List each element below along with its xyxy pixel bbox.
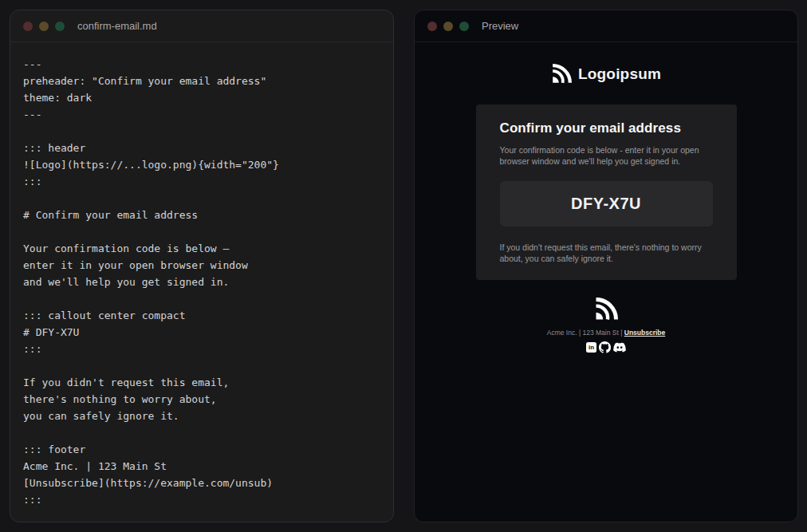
editor-window-title: confirm-email.md: [77, 20, 157, 32]
discord-icon[interactable]: [613, 342, 626, 353]
editor-line: theme: dark: [23, 89, 380, 106]
email-footer: Acme Inc. | 123 Main St | Unsubscribe in: [415, 298, 797, 353]
editor-line: # Confirm your email address: [23, 207, 380, 223]
preview-titlebar: Preview: [415, 10, 797, 42]
social-links: in: [415, 341, 797, 353]
close-window-icon[interactable]: [427, 22, 437, 31]
unsubscribe-link[interactable]: Unsubscribe: [624, 329, 666, 337]
confirmation-code-callout: DFY-X7U: [500, 181, 713, 227]
email-disclaimer-text: If you didn't request this email, there'…: [500, 242, 713, 264]
zoom-window-icon[interactable]: [459, 22, 469, 31]
preview-window-title: Preview: [482, 20, 518, 32]
github-icon[interactable]: [599, 341, 611, 353]
email-card: Confirm your email address Your confirma…: [476, 104, 737, 280]
editor-window: confirm-email.md ---preheader: "Confirm …: [10, 10, 394, 522]
company-address-text: Acme Inc. | 123 Main St |: [547, 329, 623, 337]
linkedin-icon[interactable]: in: [586, 342, 596, 353]
brand-logo-text: Logoipsum: [578, 65, 661, 83]
editor-line: [23, 424, 380, 441]
footer-address-line: Acme Inc. | 123 Main St | Unsubscribe: [415, 329, 797, 337]
logoipsum-mark-icon: [551, 64, 572, 85]
preview-window: Preview Logoipsum Confirm your email add…: [414, 10, 798, 522]
editor-line: ::: footer: [23, 441, 380, 458]
editor-line: # DFY-X7U: [23, 324, 380, 341]
editor-line: [23, 357, 380, 374]
email-heading: Confirm your email address: [500, 120, 713, 136]
zoom-window-icon[interactable]: [55, 22, 65, 31]
editor-titlebar: confirm-email.md: [10, 10, 393, 42]
editor-line: you can safely ignore it.: [23, 408, 380, 424]
footer-logo-mark-icon: [415, 298, 797, 325]
confirmation-code: DFY-X7U: [571, 195, 641, 213]
editor-line: [23, 290, 380, 307]
editor-line: [23, 123, 380, 140]
editor-line: If you didn't request this email,: [23, 374, 380, 391]
window-controls: [23, 22, 65, 31]
minimize-window-icon[interactable]: [39, 22, 49, 31]
markdown-editor[interactable]: ---preheader: "Confirm your email addres…: [10, 42, 393, 522]
window-controls: [427, 22, 469, 31]
editor-line: ![Logo](https://...logo.png){width="200"…: [23, 156, 380, 173]
email-body-text: Your confirmation code is below - enter …: [500, 144, 713, 167]
editor-line: preheader: "Confirm your email address": [23, 73, 380, 89]
editor-line: [23, 190, 380, 207]
editor-line: [Unsubscribe](https://example.com/unsub): [23, 475, 380, 491]
editor-line: there's nothing to worry about,: [23, 391, 380, 408]
editor-line: ---: [23, 56, 380, 73]
editor-line: :::: [23, 341, 380, 357]
minimize-window-icon[interactable]: [443, 22, 453, 31]
editor-line: Acme Inc. | 123 Main St: [23, 458, 380, 475]
editor-line: ::: header: [23, 140, 380, 156]
editor-line: ::: callout center compact: [23, 307, 380, 324]
brand-logo: Logoipsum: [415, 64, 797, 85]
editor-line: enter it in your open browser window: [23, 257, 380, 274]
editor-line: Your confirmation code is below —: [23, 240, 380, 257]
editor-line: [23, 223, 380, 240]
editor-line: ---: [23, 106, 380, 123]
editor-line: and we'll help you get signed in.: [23, 274, 380, 290]
editor-line: :::: [23, 491, 380, 508]
editor-line: :::: [23, 173, 380, 190]
email-preview: Logoipsum Confirm your email address You…: [415, 64, 797, 353]
close-window-icon[interactable]: [23, 22, 33, 31]
